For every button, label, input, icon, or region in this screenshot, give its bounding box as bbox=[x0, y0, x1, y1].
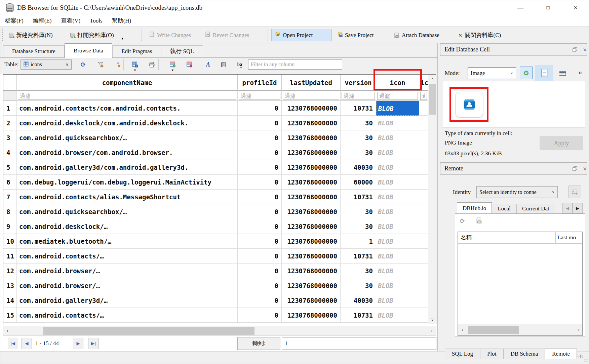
open-database-button[interactable]: 打開資料庫(O) bbox=[66, 29, 117, 41]
main-tab[interactable]: 執行 SQL bbox=[161, 45, 203, 57]
write-changes-button[interactable]: Write Changes bbox=[146, 29, 194, 41]
remote-horizontal-scrollbar[interactable]: ‹ › bbox=[458, 324, 582, 335]
row-number[interactable]: 13 bbox=[3, 278, 17, 293]
grid-horizontal-scrollbar[interactable]: ‹ › bbox=[3, 326, 436, 336]
remote-tab[interactable]: Current Dat bbox=[516, 204, 555, 214]
remote-tabs-scroll-right[interactable]: ▶ bbox=[573, 203, 583, 213]
save-table-dropdown-caret[interactable]: ▼ bbox=[133, 69, 136, 72]
encoding-book-button[interactable] bbox=[219, 60, 228, 69]
main-tab[interactable]: Edit Pragmas bbox=[112, 45, 161, 57]
cell-version[interactable]: 10731 bbox=[341, 190, 376, 204]
cell-profileId[interactable]: 0 bbox=[238, 145, 282, 160]
remote-last-modified-column-header[interactable]: Last mo bbox=[557, 232, 582, 243]
cell-version[interactable]: 30 bbox=[341, 278, 376, 293]
horizontal-scroll-thumb[interactable] bbox=[43, 327, 254, 335]
filter-any-column-input[interactable] bbox=[248, 59, 342, 70]
auto-mode-button[interactable]: ⚙ bbox=[520, 67, 533, 79]
cell-profileId[interactable]: 0 bbox=[238, 160, 282, 175]
cell-profileId[interactable]: 0 bbox=[238, 219, 282, 234]
cell-componentName[interactable]: com.android.contacts/com.android.contact… bbox=[17, 101, 238, 116]
cell-componentName[interactable]: com.android.gallery3d/com.android.galler… bbox=[17, 160, 238, 175]
insert-record-dropdown-caret[interactable]: ▼ bbox=[171, 69, 174, 72]
cell-icon-blob[interactable]: BLOB bbox=[376, 219, 419, 234]
cell-componentName[interactable]: com.android.browser/… bbox=[17, 278, 238, 293]
print-button[interactable] bbox=[147, 60, 156, 69]
scroll-right-icon[interactable]: › bbox=[428, 326, 436, 335]
column-header-componentName[interactable]: componentName bbox=[17, 75, 238, 91]
remote-name-column-header[interactable]: 名稱 bbox=[461, 232, 472, 243]
cell-profileId[interactable]: 0 bbox=[238, 278, 282, 293]
dock-tab[interactable]: Plot bbox=[480, 349, 503, 359]
cell-componentName[interactable]: com.android.quicksearchbox/… bbox=[17, 204, 238, 219]
cell-version[interactable]: 30 bbox=[341, 130, 376, 145]
cell-profileId[interactable]: 0 bbox=[238, 264, 282, 278]
cell-componentName[interactable]: com.android.contacts/… bbox=[17, 308, 238, 323]
row-number[interactable]: 1 bbox=[3, 101, 17, 116]
cell-version[interactable]: 10731 bbox=[341, 249, 376, 264]
remote-scroll-thumb[interactable] bbox=[468, 326, 519, 334]
revert-changes-button[interactable]: Revert Changes bbox=[202, 29, 252, 41]
cell-icon-blob[interactable]: BLOB bbox=[376, 264, 419, 278]
row-number[interactable]: 2 bbox=[3, 116, 17, 130]
cell-icon-blob[interactable]: BLOB bbox=[376, 293, 419, 308]
cell-componentName[interactable]: com.android.contacts/alias.MessageShortc… bbox=[17, 190, 238, 204]
cell-componentName[interactable]: com.android.contacts/… bbox=[17, 249, 238, 264]
cell-componentName[interactable]: com.android.deskclock/com.android.deskcl… bbox=[17, 116, 238, 130]
close-icon[interactable]: × bbox=[581, 46, 589, 54]
cell-version[interactable]: 30 bbox=[341, 264, 376, 278]
goto-button[interactable]: 轉到: bbox=[237, 337, 280, 350]
remote-refresh-icon[interactable]: ⟳ bbox=[460, 217, 465, 225]
cell-profileId[interactable]: 0 bbox=[238, 116, 282, 130]
cell-version[interactable]: 40030 bbox=[341, 293, 376, 308]
row-number[interactable]: 14 bbox=[3, 293, 17, 308]
open-database-dropdown-caret[interactable]: ▼ bbox=[121, 37, 124, 40]
identity-select[interactable]: Select an identity to conne ∨ bbox=[476, 186, 558, 198]
cell-lastUpdated[interactable]: 1230768000000 bbox=[282, 190, 341, 204]
cell-lastUpdated[interactable]: 1230768000000 bbox=[282, 175, 341, 190]
more-tools-button[interactable]: » bbox=[575, 67, 585, 78]
text-encoding-button[interactable]: ba bbox=[235, 60, 244, 69]
column-filter-input[interactable] bbox=[18, 92, 236, 100]
cell-partial[interactable] bbox=[419, 160, 428, 175]
open-in-editor-button[interactable] bbox=[535, 65, 553, 81]
main-tab[interactable]: Database Structure bbox=[3, 45, 65, 57]
cell-componentName[interactable]: com.mediatek.bluetooth/… bbox=[17, 234, 238, 249]
next-page-button[interactable]: ▶ bbox=[73, 338, 83, 349]
cell-lastUpdated[interactable]: 1230768000000 bbox=[282, 264, 341, 278]
cell-componentName[interactable]: com.android.quicksearchbox/… bbox=[17, 130, 238, 145]
cell-lastUpdated[interactable]: 1230768000000 bbox=[282, 293, 341, 308]
column-filter-input[interactable] bbox=[239, 92, 280, 100]
apply-button[interactable]: Apply bbox=[540, 136, 583, 150]
cell-version[interactable]: 60000 bbox=[341, 175, 376, 190]
cell-lastUpdated[interactable]: 1230768000000 bbox=[282, 160, 341, 175]
cell-icon-blob[interactable]: BLOB bbox=[376, 145, 419, 160]
cell-lastUpdated[interactable]: 1230768000000 bbox=[282, 204, 341, 219]
cell-lastUpdated[interactable]: 1230768000000 bbox=[282, 278, 341, 293]
row-number[interactable]: 7 bbox=[3, 190, 17, 204]
cell-componentName[interactable]: com.android.browser/com.android.browser. bbox=[17, 145, 238, 160]
clear-sort-button[interactable] bbox=[113, 60, 123, 69]
cell-lastUpdated[interactable]: 1230768000000 bbox=[282, 116, 341, 130]
cell-componentName[interactable]: com.debug.loggerui/com.debug.loggerui.Ma… bbox=[17, 175, 238, 190]
cell-icon-blob[interactable]: BLOB bbox=[376, 175, 419, 190]
cell-version[interactable]: 30 bbox=[341, 204, 376, 219]
cell-icon-blob[interactable]: BLOB bbox=[376, 278, 419, 293]
cell-icon-blob[interactable]: BLOB bbox=[376, 116, 419, 130]
cell-partial[interactable] bbox=[419, 264, 428, 278]
cell-icon-blob[interactable]: BLOB bbox=[376, 308, 419, 323]
vertical-scroll-thumb[interactable] bbox=[429, 84, 436, 115]
cell-version[interactable]: 30 bbox=[341, 145, 376, 160]
insert-record-button[interactable] bbox=[168, 60, 177, 69]
column-filter-input[interactable] bbox=[342, 92, 375, 100]
cell-version[interactable]: 1 bbox=[341, 234, 376, 249]
cell-version[interactable]: 30 bbox=[341, 116, 376, 130]
open-project-button[interactable]: Open Project bbox=[271, 29, 332, 41]
minimize-button[interactable]: — bbox=[509, 0, 532, 15]
cell-icon-blob[interactable]: BLOB bbox=[376, 101, 419, 116]
cell-version[interactable]: 10731 bbox=[341, 308, 376, 323]
undock-icon[interactable] bbox=[571, 46, 579, 54]
remote-clone-database-button[interactable] bbox=[476, 217, 482, 225]
menu-item[interactable]: Tools bbox=[90, 17, 103, 24]
last-page-button[interactable]: ▶ bbox=[88, 338, 99, 349]
cell-icon-blob[interactable]: BLOB bbox=[376, 160, 419, 175]
